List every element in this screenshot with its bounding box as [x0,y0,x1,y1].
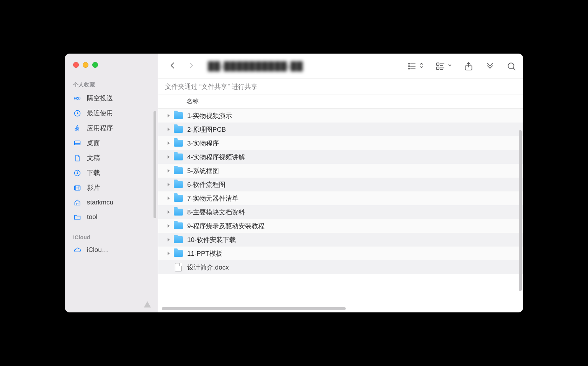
disclosure-triangle-icon[interactable] [166,196,171,201]
file-name: 11-PPT模板 [187,249,222,258]
sidebar-item-movies[interactable]: 影片 [65,180,158,195]
sidebar-item-label: 应用程序 [87,124,113,132]
file-row[interactable]: 10-软件安装下载 [158,233,523,247]
more-button[interactable] [485,61,495,71]
sidebar-item-label: 隔空投送 [87,94,113,103]
folder-icon [173,125,183,134]
folder-icon [173,139,183,147]
sidebar-item-icloud[interactable]: iClou… [65,243,158,257]
vertical-scrollbar[interactable] [519,130,522,291]
sidebar-item-tool[interactable]: tool [65,210,158,224]
file-name: 8-主要模块文档资料 [187,208,245,217]
sidebar-item-label: 桌面 [87,139,100,147]
desktop-icon [73,139,82,147]
sidebar-item-label: iClou… [87,246,108,254]
file-row[interactable]: 1-实物视频演示 [158,109,523,123]
window-controls [65,62,158,78]
svg-rect-8 [436,63,439,65]
folder-icon [173,194,183,203]
folder-icon [73,213,82,221]
disclosure-triangle-icon[interactable] [166,182,171,187]
column-header[interactable]: 名称 [158,95,523,109]
disclosure-triangle-icon[interactable] [166,127,171,132]
apps-icon [73,124,82,132]
disclosure-triangle-icon[interactable] [166,210,171,214]
folder-icon [173,153,183,161]
share-status-text: 文件夹通过 “文件共享” 进行共享 [165,82,258,91]
minimize-button[interactable] [83,62,88,68]
sidebar-section-favorites: 个人收藏 [65,78,158,91]
horizontal-scrollbar[interactable] [162,307,346,310]
svg-rect-2 [75,141,80,145]
main-area: ██-██████████-██ [158,54,523,312]
sidebar-item-recents[interactable]: 最近使用 [65,106,158,121]
sidebar-item-applications[interactable]: 应用程序 [65,121,158,136]
airdrop-icon [73,94,82,103]
disclosure-triangle-icon[interactable] [166,141,171,145]
file-name: 1-实物视频演示 [187,111,232,120]
group-button[interactable] [435,61,452,71]
zoom-button[interactable] [92,62,98,68]
svg-point-0 [77,97,78,99]
updown-icon [419,62,424,71]
sidebar-scrollbar[interactable] [154,111,156,218]
close-button[interactable] [73,62,79,68]
folder-icon [173,167,183,175]
finder-window: 个人收藏 隔空投送 最近使用 应用程序 桌面 [65,54,523,312]
file-row[interactable]: 7-实物元器件清单 [158,191,523,205]
file-row[interactable]: 9-程序烧录及驱动安装教程 [158,219,523,233]
disclosure-triangle-icon[interactable] [166,168,171,173]
disclosure-triangle-icon[interactable] [166,251,171,256]
sidebar-item-label: 影片 [87,183,100,192]
file-name: 9-程序烧录及驱动安装教程 [187,222,265,230]
file-row[interactable]: 6-软件流程图 [158,178,523,191]
column-name[interactable]: 名称 [158,98,199,106]
disclosure-triangle-icon[interactable] [166,155,171,159]
disclosure-triangle-icon[interactable] [166,224,171,228]
file-row[interactable]: 5-系统框图 [158,164,523,178]
sidebar-item-downloads[interactable]: 下载 [65,165,158,180]
sidebar-item-label: 下载 [87,168,100,177]
file-row[interactable]: 8-主要模块文档资料 [158,205,523,219]
document-icon [73,154,82,162]
file-name: 3-实物程序 [187,139,219,148]
share-button[interactable] [464,61,474,71]
document-icon [173,263,183,271]
window-title: ██-██████████-██ [208,61,303,71]
file-name: 4-实物程序视频讲解 [187,153,245,162]
chevron-down-icon [448,62,452,71]
sidebar-item-home[interactable]: starkmcu [65,195,158,210]
svg-point-5 [408,63,410,64]
search-button[interactable] [506,61,516,71]
sidebar-item-documents[interactable]: 文稿 [65,150,158,165]
file-row[interactable]: 11-PPT模板 [158,247,523,260]
back-button[interactable] [169,60,176,72]
download-icon [73,169,82,177]
sidebar-item-desktop[interactable]: 桌面 [65,136,158,150]
file-name: 10-软件安装下载 [187,235,236,244]
file-name: 设计简介.docx [187,263,229,272]
file-row[interactable]: 4-实物程序视频讲解 [158,150,523,164]
file-row[interactable]: 2-原理图PCB [158,123,523,136]
sidebar-section-icloud: iCloud [65,231,158,243]
sidebar-item-airdrop[interactable]: 隔空投送 [65,91,158,106]
folder-icon [173,222,183,230]
svg-rect-9 [436,67,439,70]
file-name: 2-原理图PCB [187,125,226,134]
movie-icon [73,184,82,192]
file-list: 1-实物视频演示2-原理图PCB3-实物程序4-实物程序视频讲解5-系统框图6-… [158,109,523,312]
folder-icon [173,180,183,189]
cloud-icon [73,246,82,254]
folder-icon [173,111,183,120]
svg-point-6 [408,65,410,67]
house-icon [73,198,82,207]
view-list-button[interactable] [407,61,424,71]
file-row[interactable]: 设计简介.docx [158,260,523,274]
disclosure-triangle-icon[interactable] [166,113,171,118]
disclosure-triangle-icon[interactable] [166,237,171,242]
warning-icon [143,300,152,309]
file-row[interactable]: 3-实物程序 [158,136,523,150]
forward-button[interactable] [187,60,195,72]
clock-icon [73,109,82,118]
sidebar-item-label: tool [87,213,97,221]
